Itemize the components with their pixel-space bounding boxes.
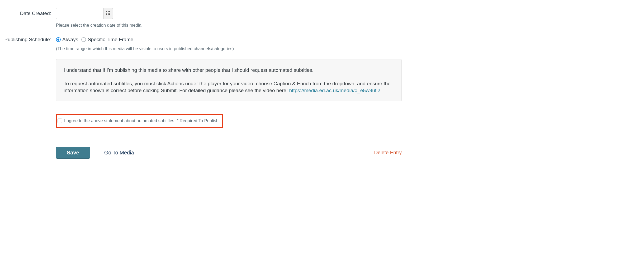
info-video-link[interactable]: https://media.ed.ac.uk/media/0_e5w9ufj2 xyxy=(289,88,380,93)
svg-rect-8 xyxy=(109,14,110,15)
publishing-always-radio[interactable]: Always xyxy=(56,37,78,42)
section-divider xyxy=(0,134,410,134)
svg-rect-4 xyxy=(108,13,109,13)
date-created-label: Date Created: xyxy=(0,8,56,16)
radio-checked-icon xyxy=(56,37,61,42)
date-created-input[interactable] xyxy=(56,8,103,19)
publishing-schedule-help: (The time range in which this media will… xyxy=(56,46,402,51)
delete-entry-link[interactable]: Delete Entry xyxy=(374,150,402,155)
svg-rect-5 xyxy=(109,13,110,13)
svg-rect-1 xyxy=(108,11,109,12)
info-paragraph-1: I understand that if I'm publishing this… xyxy=(64,67,394,74)
go-to-media-link[interactable]: Go To Media xyxy=(104,150,134,156)
svg-rect-6 xyxy=(106,14,107,15)
calendar-grid-icon xyxy=(106,11,110,16)
publishing-specific-radio[interactable]: Specific Time Frame xyxy=(81,37,133,42)
svg-rect-3 xyxy=(106,13,107,13)
agree-highlight-box: I agree to the above statement about aut… xyxy=(56,114,223,128)
agree-text: I agree to the above statement about aut… xyxy=(64,118,219,123)
svg-rect-7 xyxy=(108,14,109,15)
info-paragraph-2: To request automated subtitles, you must… xyxy=(64,80,394,94)
agree-checkbox[interactable] xyxy=(58,119,62,123)
publishing-specific-label: Specific Time Frame xyxy=(88,37,133,42)
date-created-help: Please select the creation date of this … xyxy=(56,23,402,28)
date-picker-button[interactable] xyxy=(103,8,113,19)
radio-unchecked-icon xyxy=(81,37,86,42)
publishing-schedule-label: Publishing Schedule: xyxy=(0,36,56,42)
subtitles-info-box: I understand that if I'm publishing this… xyxy=(56,59,402,101)
publishing-always-label: Always xyxy=(62,37,78,42)
save-button[interactable]: Save xyxy=(56,147,90,159)
svg-rect-0 xyxy=(106,11,107,12)
svg-rect-2 xyxy=(109,11,110,12)
